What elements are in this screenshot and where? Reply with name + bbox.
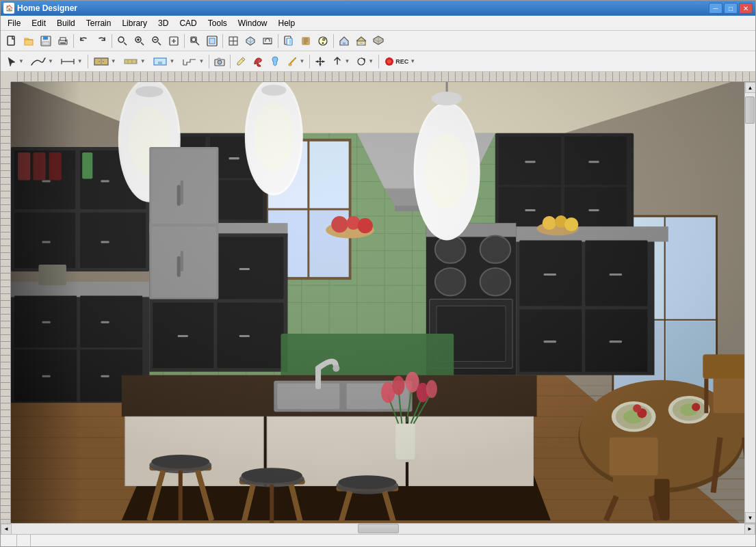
move-dropdown-arrow: ▼	[344, 58, 350, 64]
house-iso-button[interactable]	[370, 33, 387, 49]
room-tool-button[interactable]: ▼	[149, 53, 178, 70]
zoom-out-button[interactable]	[148, 33, 165, 49]
scroll-track-bottom[interactable]	[12, 524, 744, 535]
toolbar-1	[1, 31, 755, 51]
camera-button[interactable]	[211, 53, 228, 70]
menu-cad[interactable]: CAD	[174, 16, 202, 30]
canvas-area[interactable]	[11, 82, 744, 523]
toolbar-2: ▼ ▼ ▼ ▼	[1, 51, 755, 72]
save-button[interactable]	[38, 33, 54, 49]
sep-t2-3	[230, 55, 231, 68]
title-controls: ─ □ ✕	[709, 3, 753, 14]
window-title: Home Designer	[17, 3, 77, 13]
menu-3d[interactable]: 3D	[153, 16, 174, 30]
svg-rect-26	[263, 38, 272, 44]
scroll-up-arrow[interactable]: ▲	[745, 82, 756, 93]
scroll-thumb-bottom[interactable]	[358, 524, 399, 533]
polyline-dropdown-arrow: ▼	[48, 58, 53, 64]
svg-point-8	[118, 37, 124, 42]
open-button[interactable]	[21, 33, 37, 49]
status-text	[9, 537, 11, 545]
svg-line-19	[196, 42, 199, 45]
menu-terrain[interactable]: Terrain	[81, 16, 117, 30]
rec-dropdown-arrow: ▼	[410, 58, 415, 64]
paint-button[interactable]	[250, 53, 266, 70]
materials-button[interactable]	[298, 33, 314, 49]
move-button[interactable]	[312, 53, 328, 70]
zoom-extents-button[interactable]	[204, 33, 220, 49]
ruler-top	[11, 72, 755, 82]
scroll-left-arrow[interactable]: ◄	[1, 524, 12, 535]
redo-button[interactable]	[93, 33, 109, 49]
room-dropdown-arrow: ▼	[170, 58, 175, 64]
house-exterior-button[interactable]	[336, 33, 352, 49]
scroll-track-right[interactable]	[745, 93, 756, 512]
zoom-window-button[interactable]	[187, 33, 203, 49]
scroll-right-arrow[interactable]: ►	[744, 524, 755, 535]
svg-rect-283	[11, 82, 744, 523]
svg-rect-2	[43, 36, 48, 40]
rec-button[interactable]: REC ▼	[381, 53, 418, 70]
elevation-button[interactable]	[259, 33, 276, 49]
sep-t2-4	[309, 55, 310, 68]
cabinet-tool-button[interactable]: ▼	[90, 53, 119, 70]
svg-point-41	[99, 61, 100, 62]
stairs-tool-button[interactable]: ▼	[179, 53, 207, 70]
maximize-button[interactable]: □	[724, 3, 738, 14]
svg-point-54	[272, 57, 278, 62]
stairs-dropdown-arrow: ▼	[199, 58, 205, 64]
move-tool-button[interactable]: ▼	[329, 53, 352, 70]
dimension-tool-button[interactable]: ▼	[57, 53, 86, 70]
zoom-in-button[interactable]	[131, 33, 148, 49]
scroll-thumb-right[interactable]	[745, 96, 755, 124]
app-icon: 🏠	[3, 3, 14, 14]
print-button[interactable]	[55, 33, 71, 49]
sep6	[333, 34, 334, 48]
scrollbar-bottom: ◄ ►	[1, 523, 755, 534]
help-pointer-button[interactable]	[315, 33, 331, 49]
wall-tool-button[interactable]: ▼	[120, 53, 148, 70]
transform-button[interactable]: ▼	[353, 53, 376, 70]
floor-plan-button[interactable]	[225, 33, 242, 49]
svg-point-58	[387, 59, 391, 64]
menu-edit[interactable]: Edit	[26, 16, 51, 30]
sep-t2-5	[378, 55, 379, 68]
svg-rect-43	[125, 59, 137, 64]
svg-point-42	[103, 61, 104, 62]
menu-tools[interactable]: Tools	[203, 16, 233, 30]
svg-rect-55	[289, 64, 291, 66]
polyline-tool-button[interactable]: ▼	[27, 53, 56, 70]
svg-rect-0	[8, 36, 14, 45]
3d-view-button[interactable]	[242, 33, 259, 49]
material-button[interactable]	[267, 53, 283, 70]
menu-library[interactable]: Library	[116, 16, 153, 30]
undo-button[interactable]	[76, 33, 92, 49]
menu-bar: File Edit Build Terrain Library 3D CAD T…	[1, 16, 755, 31]
svg-rect-33	[343, 42, 346, 45]
menu-window[interactable]: Window	[233, 16, 273, 30]
dimension-dropdown-arrow: ▼	[77, 58, 83, 64]
house-front-button[interactable]	[353, 33, 369, 49]
sep5	[278, 34, 278, 48]
transform-dropdown-arrow: ▼	[368, 58, 374, 64]
select-tool-button[interactable]: ▼	[3, 53, 27, 70]
svg-rect-6	[60, 42, 66, 44]
menu-build[interactable]: Build	[51, 16, 81, 30]
svg-line-11	[141, 42, 144, 45]
close-button[interactable]: ✕	[739, 3, 753, 14]
viewport-area: ▲ ▼	[1, 82, 755, 523]
svg-line-15	[158, 42, 161, 45]
svg-rect-5	[60, 38, 66, 40]
menu-help[interactable]: Help	[272, 16, 300, 30]
pencil-button[interactable]	[233, 53, 249, 70]
menu-file[interactable]: File	[2, 16, 26, 30]
eyedropper-button[interactable]: ▼	[284, 53, 307, 70]
zoom-magnify-button[interactable]	[114, 33, 131, 49]
send-to-layout-button[interactable]	[281, 33, 297, 49]
new-button[interactable]	[3, 33, 20, 49]
status-bar	[1, 534, 755, 546]
scroll-down-arrow[interactable]: ▼	[745, 512, 756, 523]
fit-window-button[interactable]	[166, 33, 182, 49]
sep1	[73, 34, 74, 48]
minimize-button[interactable]: ─	[709, 3, 722, 14]
